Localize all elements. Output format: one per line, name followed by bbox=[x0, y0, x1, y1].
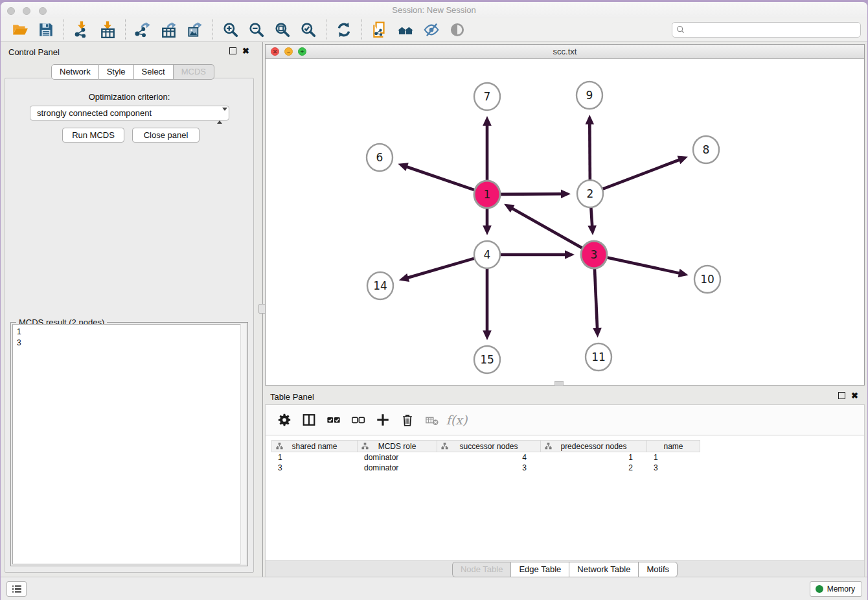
node-label-6: 6 bbox=[376, 151, 383, 164]
application-window: Session: New Session Control Panel ✖ Net… bbox=[1, 2, 867, 600]
node-label-10: 10 bbox=[700, 273, 714, 286]
zoom-fit-button[interactable] bbox=[273, 20, 292, 40]
memory-button[interactable]: Memory bbox=[810, 581, 862, 597]
edge-4-14[interactable] bbox=[407, 259, 474, 278]
search-icon bbox=[676, 25, 686, 35]
zoom-in-button[interactable] bbox=[221, 20, 240, 40]
table-panel-title: Table Panel bbox=[270, 392, 314, 402]
edge-1-6[interactable] bbox=[406, 167, 474, 190]
list-icon bbox=[11, 583, 23, 595]
edge-3-11[interactable] bbox=[595, 268, 597, 329]
cell-predecessor-nodes[interactable]: 2 bbox=[541, 463, 647, 473]
arrowhead-4-15 bbox=[483, 330, 492, 340]
mcds-result-text[interactable]: 1 3 bbox=[12, 324, 246, 564]
float-table-panel-icon[interactable] bbox=[838, 392, 845, 399]
cell-successor-nodes[interactable]: 4 bbox=[437, 452, 541, 463]
import-network-button[interactable] bbox=[72, 20, 91, 40]
cell-shared-name[interactable]: 3 bbox=[271, 463, 358, 473]
table-row[interactable]: 3dominator323 bbox=[271, 463, 700, 473]
network-window-titlebar[interactable]: ✕ – + scc.txt bbox=[266, 45, 864, 59]
column-header-predecessor-nodes[interactable]: predecessor nodes bbox=[541, 440, 647, 452]
optimization-criterion-value: strongly connected component bbox=[37, 108, 152, 118]
close-table-panel-icon[interactable]: ✖ bbox=[851, 392, 858, 399]
network-maximize-button[interactable]: + bbox=[298, 47, 306, 56]
tab-network-table[interactable]: Network Table bbox=[569, 562, 639, 577]
run-mcds-button[interactable]: Run MCDS bbox=[62, 128, 124, 143]
tab-motifs[interactable]: Motifs bbox=[639, 562, 678, 577]
column-header-successor-nodes[interactable]: successor nodes bbox=[437, 440, 541, 452]
float-panel-icon[interactable] bbox=[229, 47, 236, 54]
table-tabs-bar: Node TableEdge TableNetwork TableMotifs bbox=[265, 560, 865, 577]
edge-1-2[interactable] bbox=[501, 194, 562, 194]
tab-edge-table[interactable]: Edge Table bbox=[511, 562, 569, 577]
network-canvas-svg[interactable]: 7968124314101511 bbox=[266, 59, 864, 385]
cell-successor-nodes[interactable]: 3 bbox=[437, 463, 541, 473]
clone-network-button[interactable] bbox=[370, 20, 389, 40]
optimization-criterion-select[interactable]: strongly connected component bbox=[30, 106, 229, 121]
result-scrollbar[interactable] bbox=[240, 324, 246, 564]
cell-shared-name[interactable]: 1 bbox=[271, 452, 358, 463]
arrowhead-2-3 bbox=[588, 225, 597, 235]
column-header-MCDS-role[interactable]: MCDS role bbox=[358, 440, 437, 452]
close-window-button[interactable] bbox=[7, 7, 15, 15]
control-panel: Control Panel ✖ NetworkStyleSelectMCDS O… bbox=[1, 42, 257, 577]
select-all-columns-button[interactable] bbox=[325, 411, 342, 428]
column-header-name[interactable]: name bbox=[647, 440, 700, 452]
edge-2-9[interactable] bbox=[589, 123, 590, 180]
control-panel-tabs: NetworkStyleSelectMCDS bbox=[51, 64, 214, 80]
zoom-out-button[interactable] bbox=[247, 20, 266, 40]
node-label-7: 7 bbox=[484, 90, 491, 103]
cell-name[interactable]: 1 bbox=[647, 452, 700, 463]
first-neighbors-button[interactable] bbox=[396, 20, 415, 40]
network-minimize-button[interactable]: – bbox=[284, 47, 293, 56]
export-table-button[interactable] bbox=[159, 20, 179, 40]
toggle-panel-split-button[interactable] bbox=[301, 411, 317, 428]
export-network-button[interactable] bbox=[133, 20, 153, 40]
edge-3-1[interactable] bbox=[511, 208, 582, 248]
edge-3-10[interactable] bbox=[608, 257, 680, 273]
search-input[interactable] bbox=[672, 22, 861, 38]
tab-select[interactable]: Select bbox=[134, 64, 174, 80]
cell-MCDS-role[interactable]: dominator bbox=[358, 463, 437, 473]
cell-name[interactable]: 3 bbox=[647, 463, 700, 473]
delete-column-button[interactable] bbox=[399, 411, 416, 428]
table-settings-button[interactable] bbox=[276, 411, 293, 428]
table-row[interactable]: 1dominator411 bbox=[271, 452, 700, 463]
cell-predecessor-nodes[interactable]: 1 bbox=[541, 452, 647, 463]
toolbar-separator bbox=[361, 19, 362, 40]
tab-mcds[interactable]: MCDS bbox=[174, 64, 214, 80]
arrowhead-2-8 bbox=[678, 156, 688, 165]
memory-status-dot bbox=[816, 585, 823, 593]
delete-table-button bbox=[424, 411, 440, 428]
edge-2-3[interactable] bbox=[591, 207, 592, 227]
table-header-row: shared nameMCDS rolesuccessor nodesprede… bbox=[271, 440, 700, 452]
close-panel-icon[interactable]: ✖ bbox=[242, 47, 249, 54]
deselect-all-columns-button[interactable] bbox=[350, 411, 367, 428]
network-close-button[interactable]: ✕ bbox=[271, 47, 279, 56]
edge-2-8[interactable] bbox=[603, 159, 680, 189]
chevron-updown-icon bbox=[217, 109, 223, 122]
arrowhead-3-10 bbox=[678, 269, 689, 277]
cell-MCDS-role[interactable]: dominator bbox=[358, 452, 437, 463]
close-panel-button[interactable]: Close panel bbox=[132, 128, 200, 143]
tab-node-table[interactable]: Node Table bbox=[452, 562, 512, 577]
zoom-selected-button[interactable] bbox=[299, 20, 318, 40]
import-table-button[interactable] bbox=[98, 20, 117, 40]
hide-selected-button[interactable] bbox=[422, 20, 441, 40]
create-column-button[interactable] bbox=[374, 411, 391, 428]
save-session-button[interactable] bbox=[36, 20, 56, 40]
table-toolbar: f(x) bbox=[265, 404, 865, 435]
task-history-button[interactable] bbox=[6, 581, 27, 597]
open-session-button[interactable] bbox=[10, 20, 30, 40]
horizontal-split-handle[interactable] bbox=[554, 381, 564, 386]
export-image-button[interactable] bbox=[185, 20, 205, 40]
tab-style[interactable]: Style bbox=[99, 64, 134, 80]
refresh-view-button[interactable] bbox=[334, 20, 354, 40]
node-label-1: 1 bbox=[484, 188, 491, 201]
arrowhead-1-7 bbox=[483, 116, 492, 126]
toolbar-separator bbox=[212, 19, 213, 40]
minimize-window-button[interactable] bbox=[23, 7, 30, 15]
zoom-window-button[interactable] bbox=[39, 7, 47, 15]
column-header-shared-name[interactable]: shared name bbox=[271, 440, 358, 452]
tab-network[interactable]: Network bbox=[51, 64, 99, 80]
